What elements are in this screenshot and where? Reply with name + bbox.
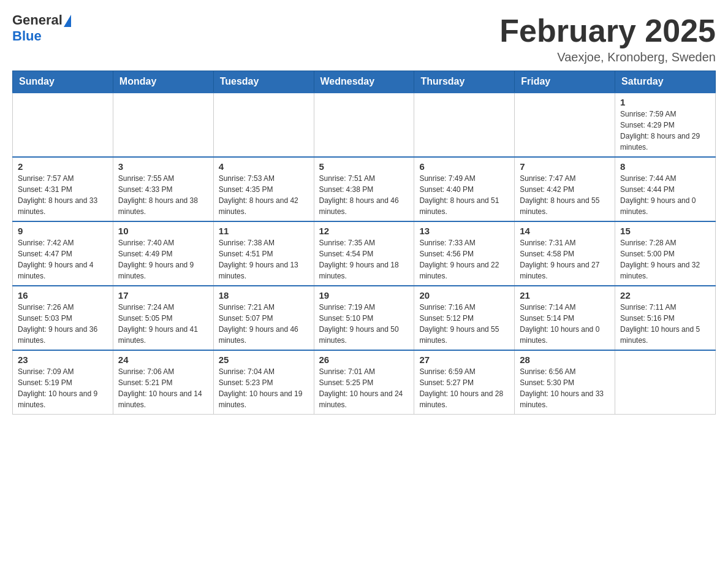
day-info: Sunrise: 7:11 AMSunset: 5:16 PMDaylight:… — [620, 302, 710, 346]
calendar-cell — [113, 93, 213, 157]
calendar-cell — [314, 93, 414, 157]
calendar-cell: 6Sunrise: 7:49 AMSunset: 4:40 PMDaylight… — [414, 157, 515, 221]
day-number: 16 — [18, 290, 108, 301]
calendar-cell: 7Sunrise: 7:47 AMSunset: 4:42 PMDaylight… — [515, 157, 615, 221]
calendar-cell: 5Sunrise: 7:51 AMSunset: 4:38 PMDaylight… — [314, 157, 414, 221]
calendar-cell: 11Sunrise: 7:38 AMSunset: 4:51 PMDayligh… — [213, 221, 314, 286]
logo-general-text: General — [12, 12, 63, 28]
calendar-cell: 12Sunrise: 7:35 AMSunset: 4:54 PMDayligh… — [314, 221, 414, 286]
day-number: 22 — [620, 290, 710, 301]
day-info: Sunrise: 6:56 AMSunset: 5:30 PMDaylight:… — [520, 366, 610, 410]
day-number: 26 — [319, 354, 409, 365]
day-number: 12 — [319, 226, 409, 236]
day-number: 10 — [118, 226, 208, 236]
day-number: 28 — [520, 354, 610, 365]
day-number: 9 — [18, 226, 108, 236]
day-info: Sunrise: 7:44 AMSunset: 4:44 PMDaylight:… — [620, 173, 710, 217]
day-number: 24 — [118, 354, 208, 365]
weekday-header-monday: Monday — [113, 71, 213, 93]
day-number: 1 — [620, 97, 710, 107]
calendar-cell: 20Sunrise: 7:16 AMSunset: 5:12 PMDayligh… — [414, 286, 515, 350]
calendar-cell: 10Sunrise: 7:40 AMSunset: 4:49 PMDayligh… — [113, 221, 213, 286]
day-info: Sunrise: 7:06 AMSunset: 5:21 PMDaylight:… — [118, 366, 208, 410]
day-info: Sunrise: 7:59 AMSunset: 4:29 PMDaylight:… — [620, 109, 710, 153]
calendar-cell — [213, 93, 314, 157]
logo-triangle-icon — [64, 15, 71, 27]
weekday-header-thursday: Thursday — [414, 71, 515, 93]
day-info: Sunrise: 7:21 AMSunset: 5:07 PMDaylight:… — [219, 302, 309, 346]
day-info: Sunrise: 7:40 AMSunset: 4:49 PMDaylight:… — [118, 237, 208, 282]
day-number: 6 — [419, 161, 509, 172]
day-info: Sunrise: 7:53 AMSunset: 4:35 PMDaylight:… — [219, 173, 309, 217]
calendar-week-row: 9Sunrise: 7:42 AMSunset: 4:47 PMDaylight… — [13, 221, 716, 286]
logo-blue-text: Blue — [12, 28, 42, 44]
weekday-header-sunday: Sunday — [13, 71, 113, 93]
day-info: Sunrise: 7:57 AMSunset: 4:31 PMDaylight:… — [18, 173, 108, 217]
calendar-cell: 25Sunrise: 7:04 AMSunset: 5:23 PMDayligh… — [213, 350, 314, 415]
calendar-cell — [515, 93, 615, 157]
weekday-header-saturday: Saturday — [615, 71, 716, 93]
calendar-cell: 9Sunrise: 7:42 AMSunset: 4:47 PMDaylight… — [13, 221, 113, 286]
day-number: 7 — [520, 161, 610, 172]
day-number: 27 — [419, 354, 509, 365]
day-info: Sunrise: 7:09 AMSunset: 5:19 PMDaylight:… — [18, 366, 108, 410]
weekday-header-friday: Friday — [515, 71, 615, 93]
day-number: 13 — [419, 226, 509, 236]
day-info: Sunrise: 7:47 AMSunset: 4:42 PMDaylight:… — [520, 173, 610, 217]
calendar-cell — [615, 350, 716, 415]
calendar-cell: 3Sunrise: 7:55 AMSunset: 4:33 PMDaylight… — [113, 157, 213, 221]
calendar-cell: 18Sunrise: 7:21 AMSunset: 5:07 PMDayligh… — [213, 286, 314, 350]
day-info: Sunrise: 7:26 AMSunset: 5:03 PMDaylight:… — [18, 302, 108, 346]
weekday-header-tuesday: Tuesday — [213, 71, 314, 93]
calendar-table: SundayMondayTuesdayWednesdayThursdayFrid… — [12, 71, 716, 415]
day-number: 25 — [219, 354, 309, 365]
calendar-cell — [13, 93, 113, 157]
weekday-header-wednesday: Wednesday — [314, 71, 414, 93]
day-number: 5 — [319, 161, 409, 172]
day-number: 2 — [18, 161, 108, 172]
day-info: Sunrise: 7:42 AMSunset: 4:47 PMDaylight:… — [18, 237, 108, 282]
day-number: 4 — [219, 161, 309, 172]
calendar-cell: 4Sunrise: 7:53 AMSunset: 4:35 PMDaylight… — [213, 157, 314, 221]
calendar-cell: 22Sunrise: 7:11 AMSunset: 5:16 PMDayligh… — [615, 286, 716, 350]
calendar-cell: 19Sunrise: 7:19 AMSunset: 5:10 PMDayligh… — [314, 286, 414, 350]
weekday-header-row: SundayMondayTuesdayWednesdayThursdayFrid… — [13, 71, 716, 93]
calendar-cell: 2Sunrise: 7:57 AMSunset: 4:31 PMDaylight… — [13, 157, 113, 221]
calendar-week-row: 2Sunrise: 7:57 AMSunset: 4:31 PMDaylight… — [13, 157, 716, 221]
day-number: 3 — [118, 161, 208, 172]
day-info: Sunrise: 7:04 AMSunset: 5:23 PMDaylight:… — [219, 366, 309, 410]
day-info: Sunrise: 7:28 AMSunset: 5:00 PMDaylight:… — [620, 237, 710, 282]
calendar-cell: 8Sunrise: 7:44 AMSunset: 4:44 PMDaylight… — [615, 157, 716, 221]
day-info: Sunrise: 7:51 AMSunset: 4:38 PMDaylight:… — [319, 173, 409, 217]
calendar-cell — [414, 93, 515, 157]
calendar-cell: 23Sunrise: 7:09 AMSunset: 5:19 PMDayligh… — [13, 350, 113, 415]
day-number: 18 — [219, 290, 309, 301]
day-info: Sunrise: 7:33 AMSunset: 4:56 PMDaylight:… — [419, 237, 509, 282]
calendar-cell: 14Sunrise: 7:31 AMSunset: 4:58 PMDayligh… — [515, 221, 615, 286]
day-number: 20 — [419, 290, 509, 301]
calendar-cell: 15Sunrise: 7:28 AMSunset: 5:00 PMDayligh… — [615, 221, 716, 286]
calendar-cell: 1Sunrise: 7:59 AMSunset: 4:29 PMDaylight… — [615, 93, 716, 157]
day-number: 23 — [18, 354, 108, 365]
day-info: Sunrise: 7:01 AMSunset: 5:25 PMDaylight:… — [319, 366, 409, 410]
day-info: Sunrise: 7:16 AMSunset: 5:12 PMDaylight:… — [419, 302, 509, 346]
day-number: 8 — [620, 161, 710, 172]
day-number: 21 — [520, 290, 610, 301]
calendar-cell: 17Sunrise: 7:24 AMSunset: 5:05 PMDayligh… — [113, 286, 213, 350]
day-info: Sunrise: 7:49 AMSunset: 4:40 PMDaylight:… — [419, 173, 509, 217]
calendar-cell: 26Sunrise: 7:01 AMSunset: 5:25 PMDayligh… — [314, 350, 414, 415]
calendar-cell: 21Sunrise: 7:14 AMSunset: 5:14 PMDayligh… — [515, 286, 615, 350]
day-number: 15 — [620, 226, 710, 236]
calendar-cell: 13Sunrise: 7:33 AMSunset: 4:56 PMDayligh… — [414, 221, 515, 286]
day-info: Sunrise: 7:24 AMSunset: 5:05 PMDaylight:… — [118, 302, 208, 346]
day-info: Sunrise: 7:55 AMSunset: 4:33 PMDaylight:… — [118, 173, 208, 217]
day-info: Sunrise: 6:59 AMSunset: 5:27 PMDaylight:… — [419, 366, 509, 410]
calendar-cell: 16Sunrise: 7:26 AMSunset: 5:03 PMDayligh… — [13, 286, 113, 350]
day-info: Sunrise: 7:31 AMSunset: 4:58 PMDaylight:… — [520, 237, 610, 282]
calendar-cell: 28Sunrise: 6:56 AMSunset: 5:30 PMDayligh… — [515, 350, 615, 415]
logo: General Blue — [12, 12, 71, 44]
day-number: 14 — [520, 226, 610, 236]
calendar-cell: 27Sunrise: 6:59 AMSunset: 5:27 PMDayligh… — [414, 350, 515, 415]
calendar-week-row: 16Sunrise: 7:26 AMSunset: 5:03 PMDayligh… — [13, 286, 716, 350]
day-info: Sunrise: 7:35 AMSunset: 4:54 PMDaylight:… — [319, 237, 409, 282]
